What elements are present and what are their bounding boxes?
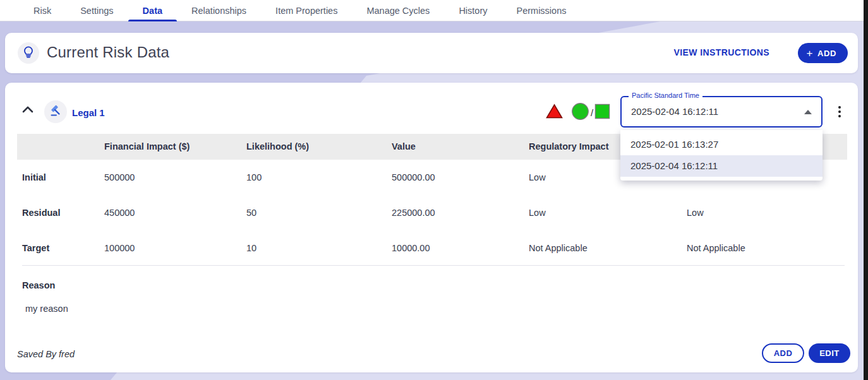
risk-data-panel: Legal 1 / Pacific Standard Time [5,83,858,372]
view-instructions-link[interactable]: VIEW INSTRUCTIONS [674,47,769,57]
column-header-financial-impact: Financial Impact ($) [104,134,190,160]
risk-indicator-shapes: / [546,104,610,121]
row-label: Target [22,235,49,261]
add-button-label: ADD [817,49,836,58]
cell-regulatory-impact: Low [529,165,546,190]
reason-label: Reason [22,280,55,290]
add-button-top[interactable]: + ADD [798,43,848,63]
cell-regulatory-impact: Low [529,200,546,225]
plus-icon: + [807,48,814,59]
cell-regulatory-impact: Not Applicable [529,235,588,261]
table-row: Target 100000 10 10000.00 Not Applicable… [5,235,858,261]
tab-history[interactable]: History [444,0,502,21]
tab-bar: Risk Settings Data Relationships Item Pr… [0,0,864,21]
row-label: Residual [22,200,60,225]
cell-financial-impact: 500000 [104,165,135,190]
dropdown-option[interactable]: 2025-02-01 16:13:27 [620,134,823,155]
cell-value: 225000.00 [392,200,435,225]
cell-value: 500000.00 [392,165,435,190]
cell-col5: Low [687,200,704,225]
gavel-badge [44,100,67,123]
lightbulb-icon [23,45,34,61]
edit-button[interactable]: EDIT [809,343,850,363]
circle-indicator-icon [571,102,589,123]
cell-likelihood: 10 [246,235,256,261]
row-label: Initial [22,165,46,190]
add-button-bottom[interactable]: ADD [762,343,804,363]
header-card: Current Risk Data VIEW INSTRUCTIONS + AD… [5,33,858,73]
dropdown-option-selected[interactable]: 2025-02-04 16:12:11 [620,155,823,177]
cell-financial-impact: 100000 [104,235,135,261]
gavel-icon [49,104,62,119]
tab-settings[interactable]: Settings [66,0,128,21]
triangle-indicator-icon [546,104,563,122]
panel-title-legal-1[interactable]: Legal 1 [72,107,105,118]
snapshot-select-label: Pacific Standard Time [629,92,702,99]
reason-text: my reason [25,304,68,314]
cell-value: 10000.00 [392,235,430,261]
column-header-value: Value [392,134,416,160]
tab-manage-cycles[interactable]: Manage Cycles [352,0,444,21]
snapshot-dropdown-menu: 2025-02-01 16:13:27 2025-02-04 16:12:11 [620,130,823,181]
tab-relationships[interactable]: Relationships [177,0,261,21]
cell-likelihood: 100 [246,165,262,190]
cell-financial-impact: 450000 [104,200,135,225]
tab-risk[interactable]: Risk [19,0,66,21]
snapshot-select-value: 2025-02-04 16:12:11 [631,106,718,117]
caret-up-icon [804,110,812,114]
tab-item-properties[interactable]: Item Properties [261,0,352,21]
column-header-regulatory-impact: Regulatory Impact [529,134,609,160]
collapse-chevron-icon[interactable] [21,105,37,118]
column-header-likelihood: Likelihood (%) [246,134,309,160]
page-title: Current Risk Data [47,44,169,61]
tab-permissions[interactable]: Permissions [502,0,581,21]
slash-separator: / [591,107,593,118]
cell-likelihood: 50 [246,200,256,225]
saved-by-text: Saved By fred [17,349,75,359]
snapshot-time-select[interactable]: Pacific Standard Time 2025-02-04 16:12:1… [620,96,823,128]
table-divider [22,265,845,266]
app-window: Risk Settings Data Relationships Item Pr… [0,0,868,380]
more-options-kebab-icon[interactable] [834,104,845,120]
tab-data[interactable]: Data [128,0,177,21]
lightbulb-badge [18,42,39,64]
cell-col5: Not Applicable [687,235,745,261]
window-edge-strip [864,0,868,380]
square-indicator-icon [594,104,610,122]
table-row: Residual 450000 50 225000.00 Low Low [5,200,858,225]
